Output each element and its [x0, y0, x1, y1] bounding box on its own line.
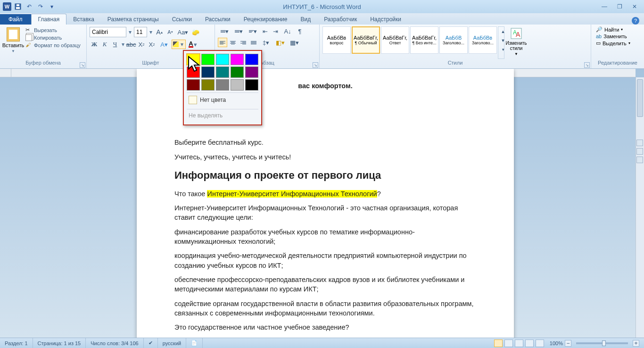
close-button[interactable]: ✕ [630, 2, 639, 11]
swatch-violet[interactable] [245, 66, 258, 78]
align-center-button[interactable] [228, 38, 238, 47]
view-outline-button[interactable] [525, 340, 534, 347]
redo-icon[interactable]: ↷ [36, 2, 45, 11]
tab-mailings[interactable]: Рассылки [198, 14, 237, 25]
shrink-font-button[interactable]: A▾ [165, 27, 175, 37]
tab-addins[interactable]: Надстройки [363, 14, 408, 25]
restore-button[interactable]: ❐ [615, 2, 624, 11]
change-case-button[interactable]: Aa▾ [176, 27, 190, 37]
sidetool-3[interactable] [636, 157, 643, 163]
zoom-slider[interactable] [576, 342, 628, 344]
italic-button[interactable]: К [100, 40, 109, 49]
bold-button[interactable]: Ж [90, 40, 99, 49]
borders-button[interactable]: ▦▾ [288, 38, 301, 47]
format-painter-button[interactable]: 🖌Формат по образцу [25, 42, 81, 49]
vertical-scrollbar[interactable] [636, 77, 644, 338]
decrease-indent-button[interactable]: ⇤ [260, 26, 270, 36]
swatch-pink[interactable] [231, 54, 244, 65]
style-item-normal[interactable]: АаБбВвГг,¶ Обычный [352, 26, 380, 54]
swatch-green[interactable] [201, 54, 215, 65]
swatch-darkgreen[interactable] [231, 66, 244, 78]
increase-indent-button[interactable]: ⇥ [271, 26, 280, 36]
change-styles-button[interactable]: AA Изменить стили ▼ [504, 25, 528, 60]
tab-references[interactable]: Ссылки [165, 14, 198, 25]
status-words[interactable]: Число слов: 3/4 106 [86, 338, 144, 348]
highlight-color-button[interactable]: ▾ [172, 40, 186, 49]
tab-insert[interactable]: Вставка [66, 14, 101, 25]
font-name-combobox[interactable]: Calibri [90, 27, 126, 37]
status-section[interactable]: Раздел: 1 [0, 338, 33, 348]
status-insert-mode[interactable]: 📄 [186, 338, 203, 348]
view-web-layout-button[interactable] [515, 340, 523, 347]
clear-formatting-button[interactable]: 🧽 [191, 27, 200, 37]
view-print-layout-button[interactable] [494, 340, 503, 347]
tab-page-layout[interactable]: Разметка страницы [101, 14, 165, 25]
sidetool-2[interactable] [636, 148, 643, 155]
sort-button[interactable]: A↓ [281, 26, 294, 36]
no-color-option[interactable]: Нет цвета [187, 92, 258, 107]
align-left-button[interactable] [218, 38, 227, 47]
sidetool-1[interactable] [636, 140, 643, 146]
align-right-button[interactable] [239, 38, 248, 47]
qat-customize-icon[interactable]: ▾ [47, 2, 57, 11]
font-name-dropdown-icon[interactable]: ▾ [128, 29, 132, 35]
status-spellcheck[interactable]: ✔ [144, 338, 158, 348]
style-item-nospacing[interactable]: АаБбВвГг,¶ Без инте... [410, 26, 438, 54]
text-effects-button[interactable]: A▾ [157, 40, 171, 49]
copy-button[interactable]: Копировать [25, 34, 81, 41]
subscript-button[interactable]: X2 [137, 40, 146, 49]
help-icon[interactable]: ? [632, 17, 639, 25]
swatch-teal[interactable] [216, 66, 229, 78]
status-page[interactable]: Страница: 1 из 15 [33, 338, 86, 348]
show-marks-button[interactable]: ¶ [295, 26, 305, 36]
swatch-darkyellow[interactable] [201, 79, 215, 91]
view-full-screen-button[interactable] [504, 340, 513, 347]
zoom-in-button[interactable]: + [633, 340, 639, 347]
font-size-combobox[interactable]: 11 [134, 27, 147, 37]
styles-launcher-icon[interactable]: ↘ [584, 62, 590, 68]
font-color-button[interactable]: A▾ [187, 40, 200, 49]
cut-button[interactable]: ✂Вырезать [25, 27, 81, 33]
style-item-heading1[interactable]: АаБбВЗаголово... [439, 26, 468, 54]
view-draft-button[interactable] [536, 340, 544, 347]
tab-file[interactable]: Файл [0, 14, 31, 25]
justify-button[interactable] [249, 38, 258, 47]
zoom-level[interactable]: 100% [550, 340, 563, 346]
swatch-black[interactable] [245, 79, 258, 91]
paragraph-launcher-icon[interactable]: ↘ [313, 62, 318, 68]
numbering-button[interactable]: ▾ [232, 26, 245, 36]
tab-review[interactable]: Рецензирование [237, 14, 294, 25]
swatch-gray50[interactable] [216, 79, 229, 91]
font-color-dropdown-icon[interactable]: ▾ [193, 41, 198, 48]
clipboard-launcher-icon[interactable]: ↘ [80, 62, 85, 68]
minimize-button[interactable]: — [600, 2, 609, 11]
bullets-button[interactable]: ▾ [218, 26, 231, 36]
status-language[interactable]: русский [158, 338, 186, 348]
style-item-heading2[interactable]: АаБбВвЗаголово... [469, 26, 497, 54]
swatch-darkblue[interactable] [201, 66, 215, 78]
undo-icon[interactable]: ↶ [25, 2, 34, 11]
highlight-dropdown-icon[interactable]: ▾ [180, 41, 184, 48]
font-size-dropdown-icon[interactable]: ▾ [149, 29, 153, 35]
multilevel-list-button[interactable]: ▾ [246, 26, 259, 36]
tab-home[interactable]: Главная [31, 14, 67, 25]
tab-view[interactable]: Вид [294, 14, 317, 25]
scrollbar-thumb[interactable] [637, 79, 643, 117]
select-button[interactable]: ▭Выделить▾ [596, 40, 630, 46]
swatch-darkred[interactable] [187, 79, 200, 91]
paste-dropdown-icon[interactable]: ▼ [11, 49, 15, 53]
style-item-answer[interactable]: АаБбВвГг,Ответ [381, 26, 409, 54]
style-item-question[interactable]: АаБбВввопрос [322, 26, 351, 54]
strikethrough-button[interactable]: abc [126, 40, 136, 49]
zoom-out-button[interactable]: − [565, 340, 571, 347]
swatch-turquoise[interactable] [216, 54, 229, 65]
superscript-button[interactable]: X2 [147, 40, 157, 49]
find-button[interactable]: 🔎Найти▾ [596, 26, 630, 33]
shading-button[interactable]: ◧▾ [273, 38, 287, 47]
swatch-gray25[interactable] [231, 79, 244, 91]
replace-button[interactable]: abЗаменить [596, 33, 630, 39]
underline-button[interactable]: Ч [110, 40, 120, 49]
line-spacing-button[interactable]: ‡▾ [259, 38, 272, 47]
grow-font-button[interactable]: A▴ [155, 27, 164, 37]
paste-button[interactable]: Вставить ▼ [3, 25, 24, 60]
